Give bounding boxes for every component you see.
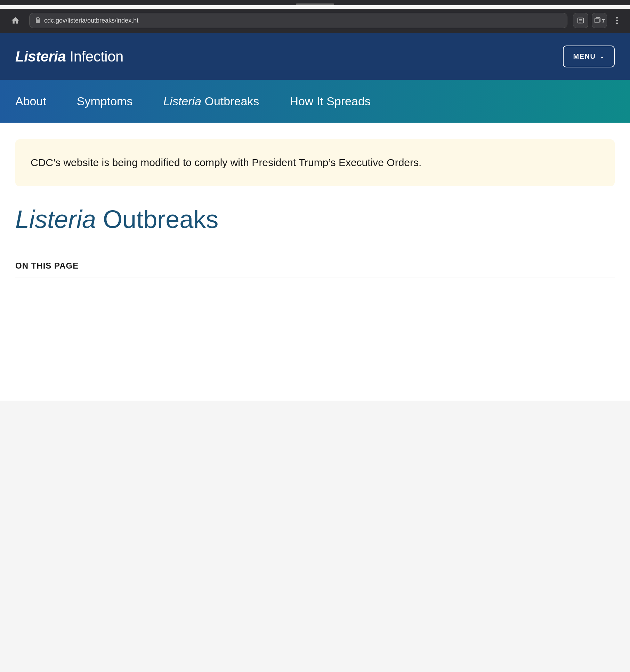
- notice-banner: CDC’s website is being modified to compl…: [15, 139, 615, 186]
- tab-count-badge: 7: [602, 18, 605, 24]
- home-icon: [11, 16, 20, 25]
- page-heading-normal: Outbreaks: [96, 205, 218, 233]
- vertical-dots-icon: [616, 17, 618, 24]
- nav-spreads-label: How It Spreads: [290, 95, 370, 108]
- nav-item-outbreaks[interactable]: Listeria Outbreaks: [148, 80, 274, 123]
- tab-switcher-icon: [594, 17, 601, 24]
- nav-symptoms-label: Symptoms: [77, 95, 133, 108]
- browser-drag-area: [0, 0, 630, 5]
- site-title: Listeria Infection: [15, 48, 123, 65]
- page-heading: Listeria Outbreaks: [15, 206, 615, 233]
- main-content: CDC’s website is being modified to compl…: [0, 123, 630, 401]
- svg-rect-0: [36, 19, 40, 23]
- svg-rect-5: [595, 18, 599, 23]
- site-title-normal: Infection: [66, 48, 123, 65]
- on-this-page-label: ON THIS PAGE: [15, 261, 615, 271]
- browser-chrome: cdc.gov/listeria/outbreaks/index.ht 7: [0, 9, 630, 33]
- on-this-page-section: ON THIS PAGE: [15, 261, 615, 278]
- chevron-down-icon: ⌄: [599, 53, 605, 60]
- svg-point-7: [616, 20, 618, 22]
- nav-outbreaks-italic: Listeria: [163, 95, 201, 108]
- browser-menu-button[interactable]: [611, 13, 623, 28]
- svg-point-6: [616, 17, 618, 19]
- nav-item-about[interactable]: About: [0, 80, 62, 123]
- address-bar[interactable]: cdc.gov/listeria/outbreaks/index.ht: [29, 13, 567, 28]
- url-text: cdc.gov/listeria/outbreaks/index.ht: [44, 17, 562, 24]
- tab-switcher-button[interactable]: 7: [592, 13, 607, 28]
- browser-actions: 7: [573, 13, 623, 28]
- page-heading-italic: Listeria: [15, 205, 96, 233]
- site-header: Listeria Infection MENU ⌄: [0, 33, 630, 80]
- menu-button-label: MENU: [573, 52, 596, 60]
- nav-about-label: About: [15, 95, 46, 108]
- section-divider: [15, 278, 615, 278]
- lock-icon: [35, 17, 41, 24]
- svg-point-8: [616, 23, 618, 24]
- nav-item-spreads[interactable]: How It Spreads: [274, 80, 386, 123]
- reader-mode-icon: [577, 17, 584, 24]
- home-button[interactable]: [7, 12, 24, 29]
- nav-item-symptoms[interactable]: Symptoms: [62, 80, 148, 123]
- reader-mode-button[interactable]: [573, 13, 588, 28]
- notice-text: CDC’s website is being modified to compl…: [31, 155, 599, 171]
- drag-handle: [296, 3, 334, 5]
- site-title-italic: Listeria: [15, 48, 66, 65]
- nav-bar: About Symptoms Listeria Outbreaks How It…: [0, 80, 630, 123]
- nav-outbreaks-normal: Outbreaks: [205, 95, 259, 108]
- menu-button[interactable]: MENU ⌄: [563, 46, 615, 67]
